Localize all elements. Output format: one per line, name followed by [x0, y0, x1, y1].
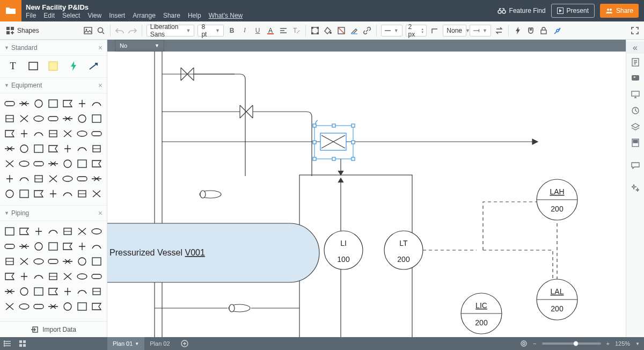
list-view-icon[interactable]	[0, 336, 15, 350]
instrument-lic[interactable]: LIC200	[461, 293, 502, 334]
notes-icon[interactable]	[628, 55, 643, 70]
piping-shape[interactable]	[47, 286, 60, 297]
equipment-shape[interactable]	[76, 128, 89, 140]
equipment-shape[interactable]	[47, 98, 60, 110]
section-standard-header[interactable]: ▼ Standard ×	[0, 40, 107, 56]
equipment-shape[interactable]	[47, 173, 60, 185]
text-shape[interactable]: T	[6, 60, 19, 72]
equipment-shape[interactable]	[3, 158, 16, 170]
equipment-shape[interactable]	[3, 188, 16, 200]
magnet-icon[interactable]	[526, 25, 536, 37]
feature-find[interactable]: Feature Find	[497, 7, 546, 14]
share-button[interactable]: Share	[600, 4, 639, 18]
text-color-icon[interactable]: A	[266, 25, 275, 37]
align-icon[interactable]	[279, 25, 288, 37]
link-icon[interactable]	[362, 25, 372, 37]
comment-tab-icon[interactable]: ❝	[628, 71, 643, 86]
equipment-shape[interactable]	[61, 98, 74, 110]
target-icon[interactable]	[520, 340, 528, 347]
equipment-shape[interactable]	[76, 173, 89, 185]
equipment-shape[interactable]	[76, 158, 89, 170]
piping-shape[interactable]	[3, 286, 16, 297]
lock-icon[interactable]	[539, 25, 548, 37]
menu-edit[interactable]: Edit	[43, 12, 55, 19]
present-tab-icon[interactable]	[628, 87, 643, 102]
equipment-shape[interactable]	[32, 188, 45, 200]
piping-shape[interactable]	[61, 271, 74, 282]
piping-shape[interactable]	[90, 286, 103, 297]
fill-icon[interactable]	[323, 25, 333, 37]
page-tab-2[interactable]: Plan 02	[144, 337, 175, 350]
equipment-shape[interactable]	[32, 173, 45, 185]
app-folder-button[interactable]	[0, 0, 21, 21]
piping-shape[interactable]	[76, 301, 89, 312]
piping-shape[interactable]	[18, 286, 31, 297]
fullscreen-icon[interactable]	[629, 25, 641, 37]
piping-shape[interactable]	[32, 286, 45, 297]
equipment-shape[interactable]	[61, 188, 74, 200]
equipment-shape[interactable]	[32, 143, 45, 155]
equipment-shape[interactable]	[18, 143, 31, 155]
piping-shape[interactable]	[90, 271, 103, 282]
font-select[interactable]: Liberation Sans▼	[147, 25, 195, 37]
equipment-shape[interactable]	[32, 98, 45, 110]
equipment-shape[interactable]	[90, 113, 103, 125]
equipment-shape[interactable]	[76, 98, 89, 110]
piping-shape[interactable]	[18, 256, 31, 267]
equipment-shape[interactable]	[90, 188, 103, 200]
equipment-shape[interactable]	[76, 113, 89, 125]
equipment-shape[interactable]	[90, 128, 103, 140]
piping-shape[interactable]	[32, 240, 45, 252]
piping-shape[interactable]	[76, 286, 89, 297]
piping-shape[interactable]	[76, 256, 89, 267]
equipment-shape[interactable]	[61, 128, 74, 140]
pressurized-vessel[interactable]: Pressurized Vessel V001	[107, 223, 319, 282]
equipment-shape[interactable]	[47, 158, 60, 170]
arrow-start-select[interactable]: None▼	[443, 25, 466, 37]
note-shape[interactable]	[47, 60, 60, 72]
menu-view[interactable]: View	[87, 12, 101, 19]
close-icon[interactable]: ×	[98, 81, 103, 90]
piping-shape[interactable]	[76, 240, 89, 252]
equipment-shape[interactable]	[3, 173, 16, 185]
wrench-icon[interactable]	[552, 25, 564, 37]
equipment-shape[interactable]	[47, 188, 60, 200]
piping-shape[interactable]	[18, 271, 31, 282]
menu-whats-new[interactable]: What's New	[209, 12, 243, 19]
equipment-shape[interactable]	[47, 143, 60, 155]
equipment-shape[interactable]	[47, 113, 60, 125]
canvas[interactable]: No ▼ No Yes ☟	[107, 40, 626, 337]
chat-icon[interactable]	[628, 158, 643, 173]
equipment-shape[interactable]	[61, 173, 74, 185]
arrow-shape[interactable]	[87, 60, 100, 72]
equipment-shape[interactable]	[18, 98, 31, 110]
history-icon[interactable]	[628, 103, 643, 118]
layers-icon[interactable]	[628, 119, 643, 134]
piping-shape[interactable]	[76, 271, 89, 282]
piping-shape[interactable]	[32, 271, 45, 282]
italic-icon[interactable]: I	[240, 25, 250, 37]
piping-shape[interactable]	[3, 271, 16, 282]
equipment-shape[interactable]	[61, 158, 74, 170]
piping-shape[interactable]	[3, 240, 16, 252]
equipment-shape[interactable]	[18, 173, 31, 185]
piping-shape[interactable]	[47, 301, 60, 312]
line-style-select[interactable]: ▼	[381, 25, 402, 37]
piping-shape[interactable]	[76, 225, 89, 237]
piping-shape[interactable]	[47, 225, 60, 237]
piping-shape[interactable]	[47, 271, 60, 282]
menu-insert[interactable]: Insert	[109, 12, 125, 19]
document-title[interactable]: New Facility P&IDs	[26, 3, 493, 11]
equipment-shape[interactable]	[18, 113, 31, 125]
piping-shape[interactable]	[61, 286, 74, 297]
shape-style-icon[interactable]	[310, 25, 320, 37]
zoom-in-button[interactable]: +	[606, 340, 610, 347]
equipment-shape[interactable]	[18, 128, 31, 140]
equipment-shape[interactable]	[90, 158, 103, 170]
rect-shape[interactable]	[27, 60, 40, 72]
piping-shape[interactable]	[32, 256, 45, 267]
piping-shape[interactable]	[90, 240, 103, 252]
menu-select[interactable]: Select	[62, 12, 80, 19]
equipment-shape[interactable]	[47, 128, 60, 140]
equipment-shape[interactable]	[76, 188, 89, 200]
